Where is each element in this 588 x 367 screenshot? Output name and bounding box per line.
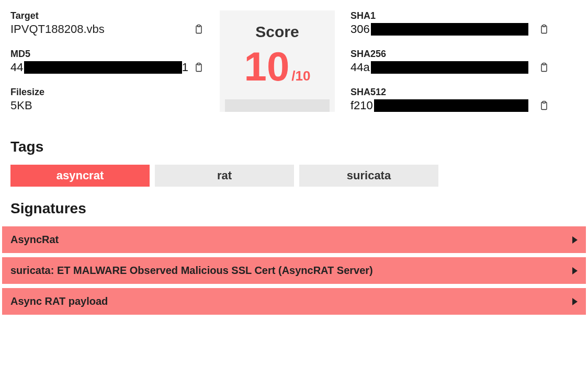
copy-md5-icon[interactable]	[194, 62, 204, 73]
target-label: Target	[10, 10, 204, 21]
tags-row: asyncratratsuricata	[10, 165, 578, 187]
redacted-bar	[374, 99, 528, 112]
sha1-value: 306	[350, 22, 528, 36]
copy-sha512-icon[interactable]	[539, 100, 549, 111]
md5-label: MD5	[10, 49, 204, 60]
redacted-bar	[371, 23, 528, 36]
target-value: IPVQT188208.vbs	[10, 22, 105, 36]
md5-value: 44 1	[10, 61, 188, 74]
tag-rat[interactable]: rat	[155, 165, 294, 187]
redacted-bar	[24, 61, 182, 74]
copy-sha256-icon[interactable]	[539, 62, 549, 73]
filesize-value: 5KB	[10, 99, 204, 112]
signatures-list: AsyncRatsuricata: ET MALWARE Observed Ma…	[0, 226, 588, 315]
signature-label: suricata: ET MALWARE Observed Malicious …	[10, 265, 373, 277]
file-info-left: Target IPVQT188208.vbs MD5 44 1 Filesize…	[10, 10, 204, 125]
sha512-value: f210	[350, 99, 528, 112]
tag-asyncrat[interactable]: asyncrat	[10, 165, 150, 187]
sha256-label: SHA256	[350, 49, 549, 60]
signatures-heading: Signatures	[10, 200, 578, 217]
signature-row[interactable]: suricata: ET MALWARE Observed Malicious …	[2, 257, 586, 284]
sha512-label: SHA512	[350, 87, 549, 98]
score-progress-bar	[225, 99, 330, 112]
score-title: Score	[225, 23, 330, 41]
chevron-right-icon	[572, 298, 578, 305]
chevron-right-icon	[572, 267, 578, 274]
signature-row[interactable]: Async RAT payload	[2, 288, 586, 315]
chevron-right-icon	[572, 236, 578, 244]
sha1-label: SHA1	[350, 10, 549, 21]
score-card: Score 10 /10	[220, 10, 335, 112]
copy-sha1-icon[interactable]	[539, 24, 549, 35]
score-outof: /10	[291, 68, 310, 84]
tags-heading: Tags	[10, 139, 578, 155]
copy-target-icon[interactable]	[194, 24, 204, 35]
file-info-right: SHA1 306 SHA256 44a SHA512	[350, 10, 549, 125]
signature-label: Async RAT payload	[10, 295, 108, 307]
score-value: 10	[244, 46, 290, 87]
redacted-bar	[371, 61, 528, 74]
signature-row[interactable]: AsyncRat	[2, 226, 586, 253]
signature-label: AsyncRat	[10, 234, 59, 246]
sha256-value: 44a	[350, 61, 528, 74]
tag-suricata[interactable]: suricata	[299, 165, 438, 187]
filesize-label: Filesize	[10, 87, 204, 98]
